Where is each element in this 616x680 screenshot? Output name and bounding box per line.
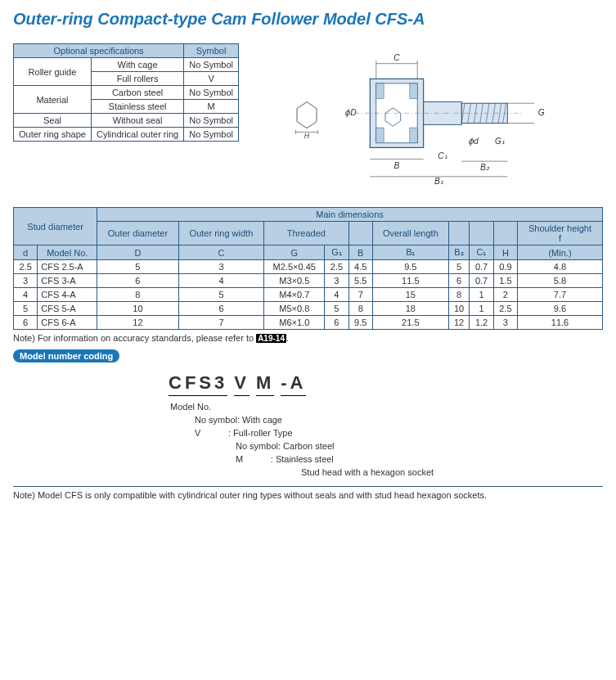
- spec-cat: Outer ring shape: [14, 128, 92, 142]
- cell: 5: [448, 260, 470, 274]
- dimension-table: Stud diameter Main dimensions Outer diam…: [13, 207, 603, 330]
- label-G: G: [537, 108, 544, 117]
- cell: 3: [178, 260, 264, 274]
- cell: M4×0.7: [264, 288, 325, 302]
- table-row: 2.5CFS 2.5-A53M2.5×0.452.54.59.550.70.94…: [14, 260, 603, 274]
- cell: 10: [448, 302, 470, 316]
- dim-h: Outer ring width: [178, 222, 264, 245]
- cell: 8: [348, 302, 372, 316]
- cell: 11.6: [518, 316, 603, 330]
- cell: 4: [325, 288, 348, 302]
- coding-label: Model No.: [170, 402, 211, 412]
- cell: 6: [448, 274, 470, 288]
- cell: 8: [97, 288, 178, 302]
- cell: CFS 4-A: [38, 288, 97, 302]
- spec-sym: V: [184, 72, 239, 86]
- top-row: Optional specifications Symbol Roller gu…: [13, 43, 603, 191]
- cell: 1: [470, 288, 493, 302]
- cell: M5×0.8: [264, 302, 325, 316]
- cell: 2: [493, 288, 517, 302]
- cell: 1: [470, 302, 493, 316]
- svg-marker-0: [297, 102, 317, 128]
- spec-opt: Stainless steel: [91, 100, 183, 114]
- dim-col: D: [97, 245, 178, 260]
- spec-opt: Without seal: [91, 114, 183, 128]
- cell: CFS 3-A: [38, 274, 97, 288]
- label-H: H: [304, 132, 309, 140]
- dim-h: Overall length: [372, 222, 448, 245]
- cell: 5: [178, 288, 264, 302]
- table-row: 3CFS 3-A64M3×0.535.511.560.71.55.8: [14, 274, 603, 288]
- coding-label: Stud head with a hexagon socket: [301, 467, 434, 477]
- spec-opt: Carbon steel: [91, 86, 183, 100]
- note-compat: Note) Model CFS is only compatible with …: [13, 490, 603, 500]
- cell: M6×1.0: [264, 316, 325, 330]
- dim-col: B: [348, 245, 372, 260]
- cell: 9.5: [372, 260, 448, 274]
- table-row: 4CFS 4-A85M4×0.747158127.7: [14, 288, 603, 302]
- model-coding-badge: Model number coding: [13, 349, 119, 363]
- spec-h-optional: Optional specifications: [14, 44, 184, 58]
- cell: 8: [448, 288, 470, 302]
- cell: 9.5: [348, 316, 372, 330]
- spec-opt: Full rollers: [91, 72, 183, 86]
- cell: CFS 6-A: [38, 316, 97, 330]
- page-title: Outer-ring Compact-type Cam Follower Mod…: [13, 10, 603, 29]
- cell: 4: [14, 288, 38, 302]
- dim-col: C: [178, 245, 264, 260]
- cell: 7: [178, 316, 264, 330]
- coding-label: V : Full-roller Type: [195, 428, 293, 438]
- svg-rect-9: [409, 128, 416, 143]
- cell: 12: [97, 316, 178, 330]
- code-part: -A: [281, 372, 306, 396]
- cell: 18: [372, 302, 448, 316]
- dim-h: [448, 222, 470, 245]
- code-part: CFS3: [169, 372, 227, 396]
- cell: 2.5: [493, 302, 517, 316]
- dim-col: B₂: [448, 245, 470, 260]
- label-d: ϕd: [467, 137, 478, 146]
- cell: CFS 2.5-A: [38, 260, 97, 274]
- table-row: 5CFS 5-A106M5×0.858181012.59.6: [14, 302, 603, 316]
- cell: 10: [97, 302, 178, 316]
- diagram-area: H: [255, 43, 603, 191]
- cell: 3: [325, 274, 348, 288]
- cell: 12: [448, 316, 470, 330]
- dim-col: H: [493, 245, 517, 260]
- dim-h-stud: Stud diameter: [14, 208, 97, 245]
- cell: 3: [493, 316, 517, 330]
- cell: 5: [97, 260, 178, 274]
- cell: 2.5: [325, 260, 348, 274]
- dim-col: Model No.: [38, 245, 97, 260]
- spec-sym: No Symbol: [184, 114, 239, 128]
- dim-h: Outer diameter: [97, 222, 178, 245]
- cell: 9.6: [518, 302, 603, 316]
- spec-cat: Seal: [14, 114, 92, 128]
- cell: 1.5: [493, 274, 517, 288]
- code-part: V: [234, 372, 250, 396]
- dim-h: [348, 222, 372, 245]
- spec-opt: Cylindrical outer ring: [91, 128, 183, 142]
- cell: 6: [178, 302, 264, 316]
- code-part: M: [256, 372, 274, 396]
- spec-cat: Material: [14, 86, 92, 114]
- cam-follower-diagram-icon: C ϕD B B₁ B₂ C₁ ϕd G₁ G: [339, 43, 569, 191]
- spec-sym: No Symbol: [184, 86, 239, 100]
- cell: CFS 5-A: [38, 302, 97, 316]
- label-B1: B₁: [434, 177, 443, 186]
- cell: 7: [348, 288, 372, 302]
- spec-sym: No Symbol: [184, 58, 239, 72]
- svg-rect-8: [409, 83, 416, 99]
- coding-label: No symbol: Carbon steel: [236, 441, 334, 451]
- cell: 15: [372, 288, 448, 302]
- spec-sym: No Symbol: [184, 128, 239, 142]
- svg-rect-7: [375, 128, 383, 143]
- cell: 5: [14, 302, 38, 316]
- svg-rect-6: [375, 83, 383, 99]
- cell: 0.7: [470, 260, 493, 274]
- cell: 6: [325, 316, 348, 330]
- coding-label: No symbol: With cage: [195, 415, 282, 425]
- cell: M2.5×0.45: [264, 260, 325, 274]
- spec-table: Optional specifications Symbol Roller gu…: [13, 43, 239, 142]
- cell: 5.5: [348, 274, 372, 288]
